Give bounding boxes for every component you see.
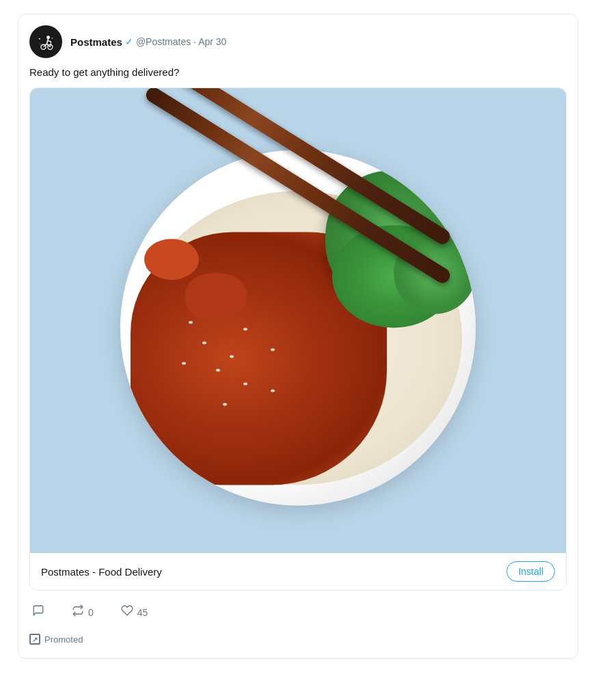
tweet-text: Ready to get anything delivered? xyxy=(29,65,567,79)
tweet-actions: 0 45 xyxy=(29,599,567,625)
reply-action[interactable] xyxy=(32,604,44,620)
handle-date: @Postmates · Apr 30 xyxy=(136,36,227,47)
sesame-seed xyxy=(202,341,206,344)
tweet-header: ★ ★ ★ Postmates ✓ @Postmates · Apr 30 xyxy=(29,25,567,58)
like-action[interactable]: 45 xyxy=(121,604,148,620)
sesame-seed xyxy=(271,389,275,392)
retweet-action[interactable]: 0 xyxy=(72,604,94,620)
retweet-count: 0 xyxy=(88,607,94,618)
reply-icon xyxy=(32,604,44,620)
like-icon xyxy=(121,604,133,620)
tweet-meta: Postmates ✓ @Postmates · Apr 30 xyxy=(70,36,226,48)
svg-point-0 xyxy=(35,31,56,52)
sesame-seed xyxy=(182,362,186,364)
promoted-row: ↗ Promoted xyxy=(29,631,567,647)
media-card[interactable]: Postmates - Food Delivery Install xyxy=(29,88,567,591)
svg-text:★: ★ xyxy=(40,43,41,45)
promoted-icon: ↗ xyxy=(29,634,40,645)
svg-text:★: ★ xyxy=(51,37,53,40)
promoted-label: Promoted xyxy=(44,634,83,645)
sesame-seed xyxy=(189,321,193,323)
sesame-seed xyxy=(216,368,220,371)
sesame-seed xyxy=(271,348,275,351)
svg-point-1 xyxy=(46,36,50,39)
sesame-seed xyxy=(243,382,247,385)
svg-text:★: ★ xyxy=(38,38,41,40)
sesame-seed xyxy=(230,355,234,358)
sesame-seed xyxy=(243,327,247,330)
bowl xyxy=(120,150,476,505)
like-count: 45 xyxy=(137,607,148,618)
app-card-footer: Postmates - Food Delivery Install xyxy=(30,553,566,590)
username-row: Postmates ✓ @Postmates · Apr 30 xyxy=(70,36,226,48)
verified-badge: ✓ xyxy=(125,36,133,47)
install-button[interactable]: Install xyxy=(506,561,555,582)
display-name[interactable]: Postmates xyxy=(70,36,122,48)
food-image xyxy=(30,88,566,553)
tweet-card: ★ ★ ★ Postmates ✓ @Postmates · Apr 30 Re… xyxy=(18,14,578,659)
avatar[interactable]: ★ ★ ★ xyxy=(29,25,62,58)
retweet-icon xyxy=(72,604,84,620)
sesame-seed xyxy=(223,403,227,405)
app-name: Postmates - Food Delivery xyxy=(41,566,162,578)
